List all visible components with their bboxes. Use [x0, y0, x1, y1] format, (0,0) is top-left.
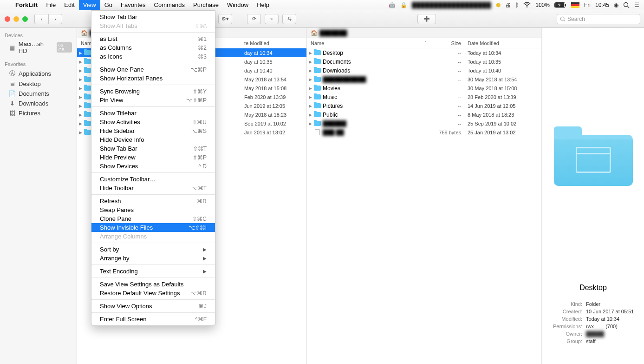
menu-item[interactable]: Show Invisible Files⌥⇧⌘I — [91, 223, 215, 232]
disclosure-triangle-icon[interactable]: ▶ — [307, 121, 313, 126]
disclosure-triangle-icon[interactable]: ▶ — [307, 51, 313, 55]
shield-menu-icon[interactable]: ⬢ — [496, 2, 501, 8]
menu-item[interactable]: Show View Options⌘J — [91, 302, 215, 311]
list-item[interactable]: ▶ Movies -- 30 May 2018 at 15:08 — [307, 84, 541, 93]
menu-go[interactable]: Go — [100, 0, 117, 10]
printer-menu-icon[interactable]: 🖨 — [505, 2, 511, 8]
battery-icon[interactable] — [554, 2, 566, 8]
menu-item[interactable]: Show Tab Bar — [91, 13, 215, 21]
disclosure-triangle-icon[interactable]: ▶ — [77, 51, 84, 55]
disclosure-triangle-icon[interactable]: ▶ — [77, 130, 84, 135]
list-item[interactable]: ▶ ██████ -- 25 Sep 2019 at 10:02 — [307, 119, 541, 128]
zoom-window-button[interactable] — [22, 16, 28, 22]
menu-item[interactable]: Hide Sidebar⌥⌘S — [91, 126, 215, 135]
disclosure-triangle-icon[interactable]: ▶ — [307, 77, 313, 82]
sidebar-item-downloads[interactable]: ⬇Downloads — [0, 99, 77, 108]
list-item[interactable]: ▶ Music -- 28 Feb 2020 at 13:39 — [307, 93, 541, 101]
menu-item[interactable]: Show Horizontal Panes — [91, 74, 215, 83]
menu-item[interactable]: Show Activities⇧⌘U — [91, 118, 215, 126]
list-item[interactable]: ▶ Documents -- Today at 10:35 — [307, 57, 541, 66]
disclosure-triangle-icon[interactable]: ▶ — [77, 60, 84, 64]
col-date-modified[interactable]: te Modified — [241, 40, 306, 46]
menu-favorites[interactable]: Favorites — [117, 0, 150, 10]
col-date-modified[interactable]: Date Modified — [465, 40, 541, 46]
menu-item[interactable]: Refresh⌘R — [91, 197, 215, 205]
disclosure-triangle-icon[interactable]: ▶ — [307, 60, 313, 64]
menu-item[interactable]: as Columns⌘2 — [91, 43, 215, 52]
menu-item[interactable]: Clone Pane⇧⌘C — [91, 214, 215, 223]
disclosure-triangle-icon[interactable]: ▶ — [307, 104, 313, 108]
menu-item[interactable]: Restore Default View Settings⌥⌘R — [91, 289, 215, 298]
list-item[interactable]: ▶ Downloads -- Today at 10:40 — [307, 66, 541, 75]
spotlight-icon[interactable] — [623, 2, 630, 8]
menu-item[interactable]: Show Devices^ D — [91, 162, 215, 171]
app-name[interactable]: ForkLift — [11, 1, 42, 8]
minimize-window-button[interactable] — [13, 16, 19, 22]
disclosure-triangle-icon[interactable]: ▶ — [77, 77, 84, 82]
sidebar-item-pictures[interactable]: 🖼Pictures — [0, 108, 77, 118]
menu-commands[interactable]: Commands — [150, 0, 189, 10]
menu-item[interactable]: Sort by▶ — [91, 245, 215, 254]
compare-button[interactable]: ⇆ — [282, 14, 296, 24]
robot-menu-icon[interactable]: 🤖 — [389, 2, 396, 8]
search-input[interactable]: Search — [557, 14, 640, 24]
nav-back-button[interactable]: ‹ — [34, 14, 48, 24]
close-window-button[interactable] — [5, 16, 10, 22]
sidebar-item-desktop[interactable]: 🖥Desktop — [0, 79, 77, 89]
nav-forward-button[interactable]: › — [48, 14, 62, 24]
disclosure-triangle-icon[interactable]: ▶ — [307, 68, 313, 73]
add-connection-button[interactable]: ➕ — [417, 14, 436, 24]
col-name[interactable]: Name⌃ — [307, 40, 432, 46]
gear-button[interactable]: ⚙▾ — [218, 14, 232, 24]
list-item[interactable]: ▶ Public -- 8 May 2018 at 18:23 — [307, 110, 541, 119]
lock-menu-icon[interactable]: 🔒 — [400, 2, 407, 8]
disclosure-triangle-icon[interactable]: ▶ — [307, 95, 313, 99]
menu-item[interactable]: Arrange by▶ — [91, 254, 215, 263]
menu-item[interactable]: Pin View⌥⇧⌘P — [91, 96, 215, 105]
menu-item[interactable]: Text Encoding▶ — [91, 267, 215, 276]
menu-item[interactable]: Show Titlebar — [91, 109, 215, 118]
sidebar-item-macintosh-hd[interactable]: ▤ Maci…sh HD 66 GB — [0, 39, 77, 56]
sidebar-item-applications[interactable]: ⒶApplications — [0, 68, 77, 79]
disclosure-triangle-icon[interactable]: ▶ — [307, 113, 313, 117]
col-size[interactable]: Size — [432, 40, 465, 46]
menu-item[interactable]: Show One Pane⌥⌘P — [91, 65, 215, 74]
disclosure-triangle-icon[interactable]: ▶ — [77, 121, 84, 126]
list-item[interactable]: ▶ ███████████ -- 30 May 2018 at 13:54 — [307, 75, 541, 84]
menu-edit[interactable]: Edit — [60, 0, 78, 10]
right-pathbar[interactable]: 🏠 ███████ — [307, 28, 541, 38]
menu-item[interactable]: as Icons⌘3 — [91, 52, 215, 61]
menu-item[interactable]: Sync Browsing⇧⌘Y — [91, 87, 215, 96]
menu-file[interactable]: File — [42, 0, 60, 10]
menu-window[interactable]: Window — [223, 0, 253, 10]
disclosure-triangle-icon[interactable]: ▶ — [77, 113, 84, 117]
bluetooth-menu-icon[interactable]: ᛒ — [515, 2, 519, 8]
disclosure-triangle-icon[interactable]: ▶ — [77, 86, 84, 91]
menu-help[interactable]: Help — [253, 0, 273, 10]
sync-button[interactable]: ⟳ — [247, 14, 261, 24]
terminal-button[interactable]: ⌁ — [265, 14, 279, 24]
menu-item[interactable]: Customize Toolbar… — [91, 175, 215, 184]
menu-item[interactable]: Save View Settings as Defaults — [91, 280, 215, 289]
disclosure-triangle-icon[interactable]: ▶ — [77, 68, 84, 73]
list-item[interactable]: ███ ██ 769 bytes 25 Jan 2019 at 13:02 — [307, 128, 541, 137]
menu-purchase[interactable]: Purchase — [189, 0, 223, 10]
right-file-list[interactable]: ▶ Desktop -- Today at 10:34▶ Documents -… — [307, 48, 541, 364]
list-item[interactable]: ▶ Desktop -- Today at 10:34 — [307, 48, 541, 57]
spotlight-alt-icon[interactable]: ◉ — [614, 2, 618, 8]
menu-item[interactable]: Hide Preview⇧⌘P — [91, 153, 215, 162]
list-item[interactable]: ▶ Pictures -- 14 Jun 2019 at 12:05 — [307, 101, 541, 110]
menu-item[interactable]: Enter Full Screen^⌘F — [91, 315, 215, 324]
menu-item[interactable]: as List⌘1 — [91, 34, 215, 43]
right-column-header[interactable]: Name⌃ Size Date Modified — [307, 38, 541, 48]
menu-item[interactable]: Show Tab Bar⇧⌘T — [91, 144, 215, 153]
menu-view[interactable]: View — [79, 0, 100, 10]
control-center-icon[interactable]: ☰ — [634, 2, 639, 8]
disclosure-triangle-icon[interactable]: ▶ — [77, 95, 84, 99]
menu-item[interactable]: Swap Panes — [91, 205, 215, 214]
wifi-menu-icon[interactable] — [523, 2, 531, 8]
menu-item[interactable]: Hide Toolbar⌥⌘T — [91, 184, 215, 192]
disclosure-triangle-icon[interactable]: ▶ — [307, 86, 313, 91]
flag-menu-icon[interactable] — [571, 2, 579, 8]
sidebar-item-documents[interactable]: 📄Documents — [0, 89, 77, 99]
